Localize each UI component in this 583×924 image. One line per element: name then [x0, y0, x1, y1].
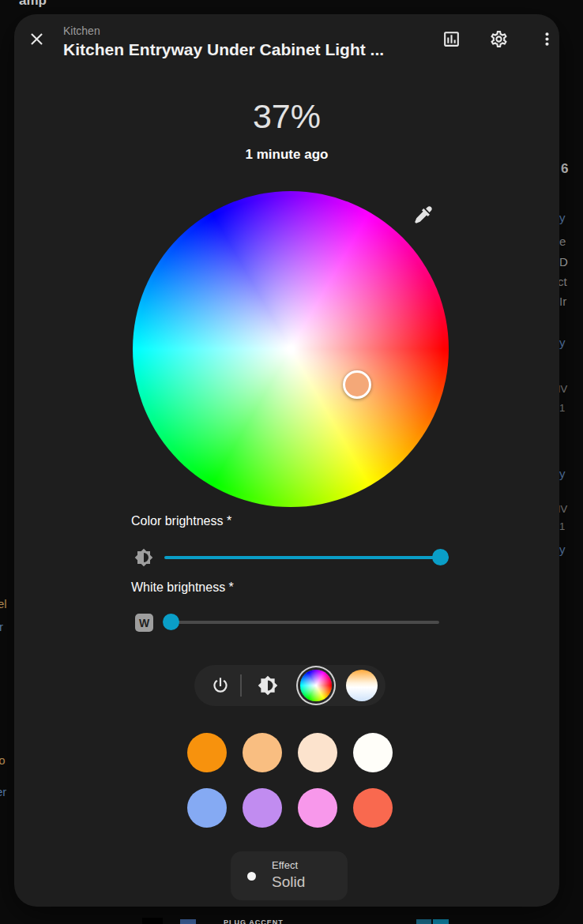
chart-box-icon	[442, 29, 461, 51]
settings-button[interactable]	[487, 29, 510, 51]
background-fragment: er	[0, 786, 6, 798]
more-vert-icon	[537, 29, 557, 51]
light-control-dialog: Kitchen Kitchen Entryway Under Cabinet L…	[14, 14, 559, 907]
color-mode-button[interactable]	[300, 670, 332, 701]
background-fragment	[416, 919, 431, 924]
white-brightness-slider[interactable]	[164, 621, 439, 624]
preset-color[interactable]	[298, 788, 337, 828]
background-fragment: lo	[0, 754, 6, 766]
effect-value: Solid	[272, 873, 305, 891]
white-brightness-thumb[interactable]	[163, 614, 179, 630]
close-icon	[27, 29, 47, 51]
background-fragment: 1	[559, 403, 565, 413]
brightness-icon	[134, 548, 153, 567]
background-fragment: e	[559, 235, 566, 247]
background-fragment: Ir	[559, 295, 566, 307]
background-fragment: 6	[561, 162, 568, 175]
background-fragment: el	[0, 598, 7, 610]
brightness-percent: 37%	[14, 97, 559, 136]
background-fragment: D	[559, 256, 568, 268]
effect-select[interactable]: Effect Solid	[231, 851, 348, 900]
screen: amp 6 y e D ct Ir y IV 1 y IV 1 y el r l…	[0, 0, 583, 924]
color-brightness-slider[interactable]	[164, 556, 449, 559]
preset-color[interactable]	[243, 733, 282, 772]
preset-color[interactable]	[298, 733, 337, 772]
background-fragment	[142, 918, 163, 924]
color-brightness-thumb[interactable]	[432, 549, 449, 565]
effect-dot-icon	[247, 872, 256, 881]
brightness-half-icon	[258, 686, 278, 698]
background-fragment: y	[559, 336, 566, 348]
white-brightness-label: White brightness *	[131, 580, 234, 595]
white-channel-icon: W	[135, 614, 153, 632]
preset-color[interactable]	[187, 788, 227, 828]
background-fragment: y	[559, 468, 566, 479]
white-mode-button[interactable]	[346, 670, 378, 701]
brightness-mode-button[interactable]	[258, 675, 278, 696]
breadcrumb: Kitchen	[63, 24, 100, 37]
preset-color[interactable]	[353, 733, 393, 772]
divider	[240, 674, 242, 697]
background-fragment: PLUG ACCENT	[224, 918, 310, 924]
last-changed: 1 minute ago	[14, 147, 559, 163]
power-icon	[210, 686, 231, 698]
close-button[interactable]	[25, 29, 47, 51]
more-menu-button[interactable]	[536, 29, 558, 51]
background-fragment: 1	[559, 521, 565, 531]
background-fragment: y	[559, 212, 566, 223]
color-wheel-selector[interactable]	[343, 370, 371, 399]
effect-label: Effect	[272, 859, 298, 871]
gear-icon	[489, 29, 509, 51]
eyedropper-button[interactable]	[412, 204, 435, 227]
preset-color[interactable]	[243, 788, 282, 828]
background-fragment: y	[559, 543, 566, 555]
background-fragment: amp	[19, 0, 47, 7]
color-brightness-label: Color brightness *	[131, 514, 231, 528]
color-wheel[interactable]	[133, 191, 449, 507]
power-button[interactable]	[210, 675, 231, 696]
eyedropper-icon	[413, 216, 434, 227]
control-mode-bar	[194, 665, 386, 706]
history-chart-button[interactable]	[440, 29, 462, 51]
background-fragment	[180, 919, 196, 924]
background-fragment: r	[0, 621, 3, 633]
dialog-title: Kitchen Entryway Under Cabinet Light ...	[63, 40, 434, 59]
preset-color[interactable]	[187, 733, 227, 772]
preset-color[interactable]	[353, 788, 393, 828]
background-fragment	[433, 919, 449, 924]
